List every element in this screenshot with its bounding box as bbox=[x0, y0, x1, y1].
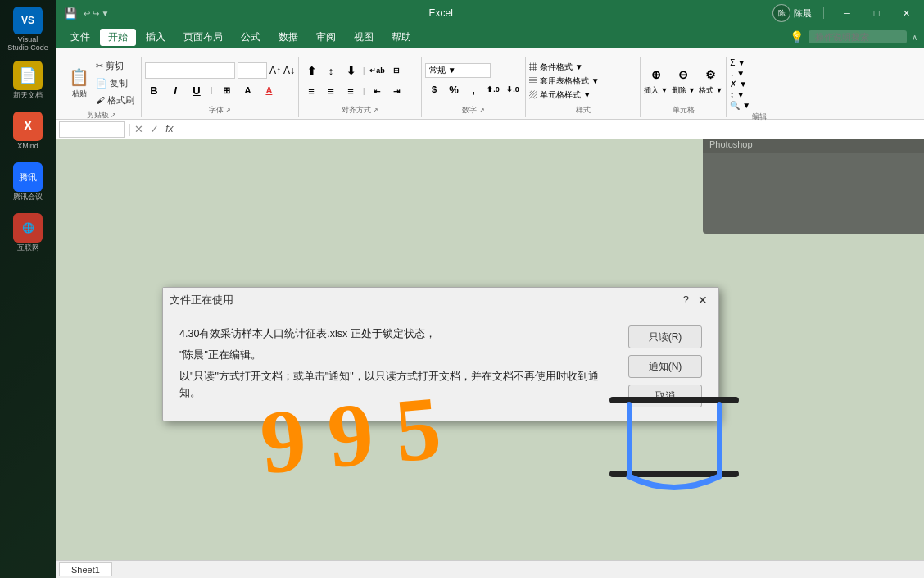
help-bulb-icon: 💡 bbox=[790, 30, 804, 43]
number-format-dropdown[interactable]: 常规 ▼ bbox=[425, 63, 491, 78]
formula-confirm-icon[interactable]: ✓ bbox=[150, 123, 159, 135]
dialog-close-button[interactable]: ✕ bbox=[694, 291, 712, 309]
cells-controls: ⊕ 插入 ▼ ⊖ 删除 ▼ ⚙ 格式 ▼ bbox=[644, 66, 722, 96]
underline-button[interactable]: U bbox=[188, 81, 206, 99]
fill-color-button[interactable]: A bbox=[238, 81, 256, 99]
table-format-button[interactable]: ▤ 套用表格格式 ▼ bbox=[529, 75, 636, 87]
number-row2: $ % , ⬆.0 ⬇.0 bbox=[425, 80, 522, 98]
decimal-increase-button[interactable]: ⬆.0 bbox=[484, 80, 502, 98]
merge-button[interactable]: ⊟ bbox=[387, 61, 405, 80]
excel-window: 💾 ↩ ↪ ▼ Excel 陈 陈晨 ─ □ ✕ 文件 开始 插入 bbox=[56, 0, 924, 578]
cut-button[interactable]: ✂ 剪切 bbox=[93, 58, 138, 74]
user-avatar: 陈 bbox=[772, 4, 790, 22]
menu-view[interactable]: 视图 bbox=[346, 29, 382, 46]
bold-button[interactable]: B bbox=[145, 81, 163, 99]
delete-cell-button[interactable]: ⊖ bbox=[674, 66, 692, 84]
align-middle-button[interactable]: ↕ bbox=[322, 61, 340, 80]
clipboard-content: 📋 粘贴 ✂ 剪切 📄 复制 🖌 格式刷 bbox=[66, 58, 138, 108]
save-icon[interactable]: 💾 bbox=[62, 5, 79, 21]
cancel-button[interactable]: 取消 bbox=[628, 385, 702, 407]
format-cell-button[interactable]: ⚙ bbox=[702, 66, 720, 84]
minimize-button[interactable]: ─ bbox=[836, 4, 858, 22]
notify-button[interactable]: 通知(N) bbox=[628, 355, 702, 378]
menu-home[interactable]: 开始 bbox=[100, 29, 136, 46]
delete-cell-group: ⊖ 删除 ▼ bbox=[672, 66, 695, 96]
indent-less-button[interactable]: ⇤ bbox=[368, 82, 386, 100]
font-label: 字体 ↗ bbox=[145, 103, 295, 116]
decimal-decrease-button[interactable]: ⬇.0 bbox=[504, 80, 522, 98]
menu-layout[interactable]: 页面布局 bbox=[175, 29, 231, 46]
menu-formula[interactable]: 公式 bbox=[233, 29, 269, 46]
font-color-button[interactable]: A bbox=[260, 81, 278, 99]
cell-style-button[interactable]: ▨ 单元格样式 ▼ bbox=[529, 89, 636, 101]
font-shrink-icon[interactable]: A↓ bbox=[283, 65, 295, 76]
file-icon: 📄 bbox=[13, 61, 43, 90]
align-bottom-button[interactable]: ⬇ bbox=[342, 61, 360, 80]
percent-button[interactable]: % bbox=[445, 80, 463, 98]
insert-label: 插入 ▼ bbox=[644, 85, 668, 96]
number-row1: 常规 ▼ bbox=[425, 63, 522, 78]
menu-data[interactable]: 数据 bbox=[270, 29, 306, 46]
dialog-message-2: "陈晨"正在编辑。 bbox=[179, 347, 615, 363]
border-button[interactable]: ⊞ bbox=[217, 81, 235, 99]
fill-button[interactable]: ↓ ▼ bbox=[730, 69, 750, 78]
sidebar-label-vscode: VisualStudio Code bbox=[7, 36, 48, 52]
align-right-button[interactable]: ≡ bbox=[342, 82, 360, 100]
sidebar-item-file[interactable]: 📄 新天文档 bbox=[5, 57, 51, 103]
clear-button[interactable]: ✗ ▼ bbox=[730, 80, 750, 89]
sidebar-item-internet[interactable]: 🌐 互联网 bbox=[5, 210, 51, 256]
italic-button[interactable]: I bbox=[166, 81, 184, 99]
copy-button[interactable]: 📄 复制 bbox=[93, 75, 138, 91]
formula-icons: ✕ ✓ fx bbox=[134, 123, 173, 135]
number-group: 常规 ▼ $ % , ⬆.0 ⬇.0 数字 ↗ bbox=[422, 57, 526, 117]
ribbon-toggle[interactable]: ∧ bbox=[912, 33, 917, 42]
menu-insert[interactable]: 插入 bbox=[138, 29, 174, 46]
font-row1: A↑ A↓ bbox=[145, 62, 295, 79]
dialog-help-icon[interactable]: ? bbox=[683, 294, 689, 306]
find-button[interactable]: 🔍 ▼ bbox=[730, 101, 750, 110]
align-center-button[interactable]: ≡ bbox=[322, 82, 340, 100]
photoshop-window: Photoshop bbox=[703, 139, 924, 234]
wrap-text-button[interactable]: ↵ab bbox=[368, 61, 386, 80]
currency-button[interactable]: $ bbox=[425, 80, 443, 98]
sum-button[interactable]: Σ ▼ bbox=[730, 58, 750, 67]
sheet-tabs: Sheet1 bbox=[56, 560, 924, 578]
name-box-input[interactable] bbox=[59, 121, 125, 138]
sidebar-item-xmind[interactable]: X XMind bbox=[5, 108, 51, 154]
search-input[interactable] bbox=[808, 30, 907, 43]
sheet-tab-1[interactable]: Sheet1 bbox=[59, 562, 112, 576]
maximize-button[interactable]: □ bbox=[865, 4, 888, 22]
clipboard-label: 剪贴板 ↗ bbox=[66, 108, 138, 121]
sidebar-item-vscode[interactable]: VS VisualStudio Code bbox=[5, 7, 51, 52]
cells-label: 单元格 bbox=[644, 103, 722, 116]
formula-fx-icon[interactable]: fx bbox=[165, 123, 173, 135]
menu-review[interactable]: 审阅 bbox=[308, 29, 344, 46]
close-button[interactable]: ✕ bbox=[895, 4, 917, 22]
menu-file[interactable]: 文件 bbox=[62, 29, 98, 46]
font-size-input[interactable] bbox=[238, 62, 267, 79]
font-grow-icon[interactable]: A↑ bbox=[270, 65, 281, 76]
indent-more-button[interactable]: ⇥ bbox=[387, 82, 405, 100]
formula-input[interactable] bbox=[177, 121, 922, 138]
align-top-button[interactable]: ⬆ bbox=[302, 61, 320, 80]
delete-label: 删除 ▼ bbox=[672, 85, 695, 96]
conditional-format-button[interactable]: ▦ 条件格式 ▼ bbox=[529, 61, 636, 73]
align-controls: ⬆ ↕ ⬇ | ↵ab ⊟ ≡ ≡ ≡ | ⇤ bbox=[302, 61, 418, 100]
title-bar: 💾 ↩ ↪ ▼ Excel 陈 陈晨 ─ □ ✕ bbox=[56, 0, 924, 26]
readonly-button[interactable]: 只读(R) bbox=[628, 325, 702, 348]
format-painter-button[interactable]: 🖌 格式刷 bbox=[93, 93, 138, 108]
menu-help[interactable]: 帮助 bbox=[383, 29, 419, 46]
dialog-message-1: 4.30有效采访样本人口统计征表.xlsx 正处于锁定状态， bbox=[179, 325, 615, 342]
formula-cancel-icon[interactable]: ✕ bbox=[134, 123, 143, 135]
styles-group: ▦ 条件格式 ▼ ▤ 套用表格格式 ▼ ▨ 单元格样式 ▼ 样式 bbox=[526, 57, 641, 117]
menu-bar: 文件 开始 插入 页面布局 公式 数据 审阅 视图 帮助 💡 ∧ bbox=[56, 26, 924, 48]
sidebar-item-meeting[interactable]: 腾讯 腾讯会议 bbox=[5, 159, 51, 205]
font-name-input[interactable] bbox=[145, 62, 235, 79]
sheet-area[interactable]: Photoshop 文件正在使用 ? ✕ 4.30有效采访样本人口统计征表.xl… bbox=[56, 139, 924, 560]
annotation-arc bbox=[629, 476, 719, 488]
sort-button[interactable]: ↕ ▼ bbox=[730, 90, 750, 99]
paste-button[interactable]: 📋 粘贴 bbox=[66, 61, 93, 107]
align-left-button[interactable]: ≡ bbox=[302, 82, 320, 100]
insert-cell-button[interactable]: ⊕ bbox=[647, 66, 665, 84]
comma-button[interactable]: , bbox=[464, 80, 482, 98]
